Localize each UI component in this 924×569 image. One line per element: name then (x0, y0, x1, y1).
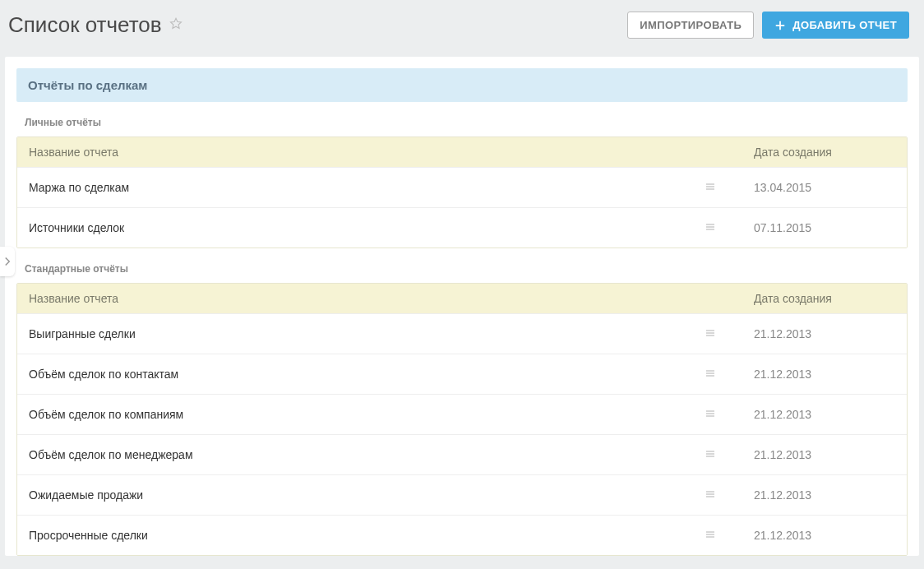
report-name: Объём сделок по контактам (29, 368, 178, 381)
page-title: Список отчетов (8, 12, 162, 38)
header-actions: ИМПОРТИРОВАТЬ ДОБАВИТЬ ОТЧЕТ (627, 12, 909, 39)
report-date: 21.12.2013 (742, 516, 907, 555)
report-date: 21.12.2013 (742, 435, 907, 474)
table-header: Название отчета Дата создания (17, 137, 907, 167)
add-report-button-label: ДОБАВИТЬ ОТЧЕТ (792, 19, 897, 31)
section-banner: Отчёты по сделкам (16, 68, 908, 102)
col-header-name[interactable]: Название отчета (17, 137, 742, 167)
drag-handle-icon[interactable] (706, 451, 714, 459)
plus-icon (774, 20, 786, 31)
table-row[interactable]: Источники сделок 07.11.2015 (17, 207, 907, 247)
report-name: Маржа по сделкам (29, 181, 129, 194)
import-button-label: ИМПОРТИРОВАТЬ (640, 19, 742, 31)
import-button[interactable]: ИМПОРТИРОВАТЬ (627, 12, 754, 39)
report-name: Выигранные сделки (29, 327, 136, 340)
table-row[interactable]: Объём сделок по контактам 21.12.2013 (17, 354, 907, 394)
table-header: Название отчета Дата создания (17, 284, 907, 313)
favorite-star-icon[interactable] (169, 16, 183, 34)
add-report-button[interactable]: ДОБАВИТЬ ОТЧЕТ (762, 12, 909, 39)
table-row[interactable]: Объём сделок по менеджерам 21.12.2013 (17, 434, 907, 474)
col-header-date[interactable]: Дата создания (742, 284, 907, 313)
chevron-right-icon (2, 257, 12, 266)
report-name: Объём сделок по менеджерам (29, 448, 193, 461)
content-card: Отчёты по сделкам Личные отчёты Название… (5, 57, 919, 556)
reports-table-personal: Название отчета Дата создания Маржа по с… (16, 136, 908, 248)
report-name: Ожидаемые продажи (29, 488, 143, 502)
report-date: 13.04.2015 (742, 168, 907, 207)
reports-table-standard: Название отчета Дата создания Выигранные… (16, 283, 908, 556)
table-row[interactable]: Объём сделок по компаниям 21.12.2013 (17, 394, 907, 434)
page-header: Список отчетов ИМПОРТИРОВАТЬ ДОБАВИТЬ ОТ… (0, 0, 924, 57)
col-header-date[interactable]: Дата создания (742, 137, 907, 167)
drag-handle-icon[interactable] (706, 531, 714, 539)
report-date: 07.11.2015 (742, 208, 907, 247)
report-date: 21.12.2013 (742, 314, 907, 354)
drag-handle-icon[interactable] (706, 410, 714, 419)
report-name: Источники сделок (29, 221, 124, 234)
drag-handle-icon[interactable] (706, 183, 714, 192)
table-row[interactable]: Просроченные сделки 21.12.2013 (17, 515, 907, 555)
drag-handle-icon[interactable] (706, 330, 714, 338)
report-name: Объём сделок по компаниям (29, 408, 183, 421)
drag-handle-icon[interactable] (706, 370, 714, 378)
group-title-standard: Стандартные отчёты (16, 248, 908, 283)
drag-handle-icon[interactable] (706, 491, 714, 499)
report-date: 21.12.2013 (742, 395, 907, 434)
report-name: Просроченные сделки (29, 529, 148, 542)
table-row[interactable]: Выигранные сделки 21.12.2013 (17, 313, 907, 354)
table-row[interactable]: Ожидаемые продажи 21.12.2013 (17, 474, 907, 515)
col-header-name[interactable]: Название отчета (17, 284, 742, 313)
sidebar-expand-handle[interactable] (0, 247, 15, 276)
table-row[interactable]: Маржа по сделкам 13.04.2015 (17, 167, 907, 207)
group-title-personal: Личные отчёты (16, 102, 908, 136)
report-date: 21.12.2013 (742, 475, 907, 515)
drag-handle-icon[interactable] (706, 224, 714, 232)
report-date: 21.12.2013 (742, 354, 907, 394)
